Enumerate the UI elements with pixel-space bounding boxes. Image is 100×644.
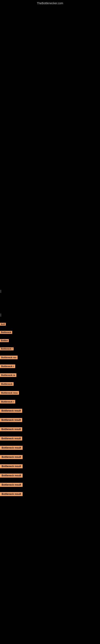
bottleneck-badge[interactable]: Bottleneck result <box>0 409 22 413</box>
bottleneck-badge[interactable]: Bottleneck result <box>0 436 22 440</box>
list-item[interactable]: Bottleneck r <box>0 347 100 350</box>
bottleneck-badge[interactable]: Bottleneck r <box>0 400 15 404</box>
list-item[interactable]: Bottleneck result <box>0 446 100 450</box>
bottleneck-badge[interactable]: Bottleneck result <box>0 446 23 450</box>
list-item[interactable]: Bottleneck result <box>0 427 100 431</box>
bottleneck-badge[interactable]: Bottleneck result <box>0 464 23 468</box>
list-item[interactable]: Bottleneck result <box>0 436 100 440</box>
bottleneck-badge[interactable]: Bottleneck result <box>0 492 23 496</box>
list-item[interactable]: Bottleneck result <box>0 474 100 478</box>
bottleneck-badge[interactable]: Bottleneck result <box>0 455 23 459</box>
list-item[interactable]: Bottlen <box>0 339 100 342</box>
site-title: TheBottlenecker.com <box>0 0 100 6</box>
bottleneck-badge[interactable]: Bottleneck r <box>0 347 14 350</box>
bottleneck-badge[interactable]: Bottleneck <box>0 382 14 386</box>
bottleneck-badge[interactable]: Bottleneck re <box>0 373 16 377</box>
bottleneck-badge[interactable]: Bottleneck result <box>0 474 23 478</box>
list-item[interactable]: Bottleneck result <box>0 464 100 468</box>
list-item[interactable]: Bottleneck result <box>0 409 100 413</box>
list-item[interactable]: Bottleneck resu <box>0 391 100 395</box>
bottleneck-badge[interactable]: Bottleneck resu <box>0 391 19 395</box>
bottleneck-badge[interactable]: Bottleneck r <box>0 364 15 368</box>
cursor-indicator-2: | <box>0 311 100 319</box>
bottleneck-badge[interactable]: Bottleneck res <box>0 356 18 359</box>
list-item[interactable]: Bottleneck result <box>0 418 100 422</box>
bottleneck-badge[interactable]: Bottl <box>0 323 6 326</box>
cursor-indicator: | <box>0 288 100 295</box>
list-item[interactable]: Bottleneck result <box>0 492 100 496</box>
list-item[interactable]: Bottleneck <box>0 331 100 334</box>
bottleneck-badge[interactable]: Bottleneck <box>0 331 12 334</box>
bottleneck-badge[interactable]: Bottleneck result <box>0 427 22 431</box>
bottleneck-badge[interactable]: Bottleneck result <box>0 418 22 422</box>
list-item[interactable]: Bottleneck result <box>0 483 100 487</box>
list-item[interactable]: Bottleneck r <box>0 364 100 368</box>
list-item[interactable]: Bottleneck r <box>0 400 100 404</box>
list-item[interactable]: Bottl <box>0 323 100 326</box>
list-item[interactable]: Bottleneck re <box>0 373 100 377</box>
list-item[interactable]: Bottleneck res <box>0 356 100 359</box>
bottleneck-badge[interactable]: Bottleneck result <box>0 483 23 487</box>
list-item[interactable]: Bottleneck <box>0 382 100 386</box>
bottleneck-list: Bottl Bottleneck Bottlen Bottleneck r Bo… <box>0 323 100 496</box>
bottleneck-badge[interactable]: Bottlen <box>0 339 9 342</box>
list-item[interactable]: Bottleneck result <box>0 455 100 459</box>
